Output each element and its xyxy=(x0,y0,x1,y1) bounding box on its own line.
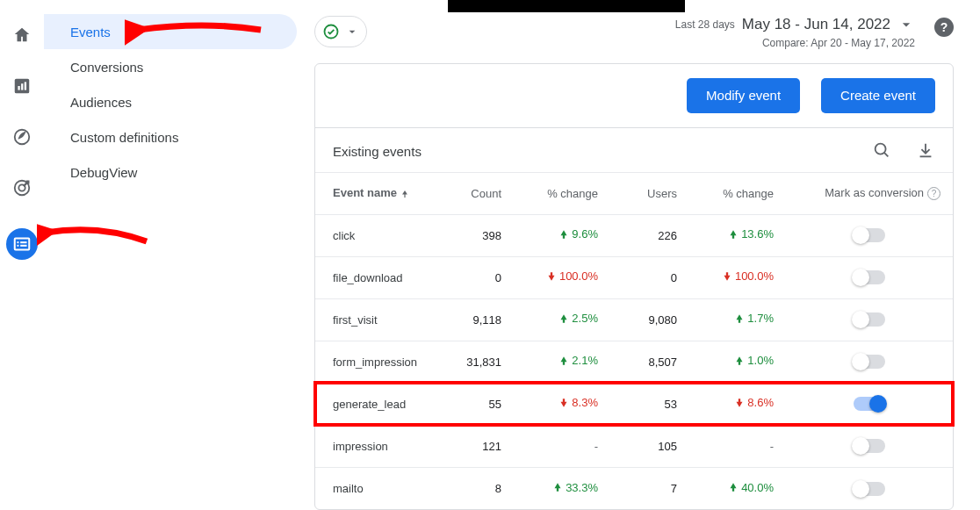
date-range-picker[interactable]: Last 28 days May 18 - Jun 14, 2022 xyxy=(675,16,915,33)
cell-event-name: impression xyxy=(315,425,435,467)
col-change-1[interactable]: % change xyxy=(514,172,610,214)
change-value: 100.0% xyxy=(721,269,774,283)
cell-change: 2.1% xyxy=(514,341,610,383)
chevron-down-icon xyxy=(345,25,359,39)
explore-icon[interactable] xyxy=(11,126,32,147)
sidenav-label: Conversions xyxy=(70,60,143,75)
table-row[interactable]: generate_lead558.3%538.6% xyxy=(315,383,953,425)
date-range-label: Last 28 days xyxy=(675,18,735,31)
cell-change: 8.6% xyxy=(689,383,786,425)
icon-rail xyxy=(0,0,44,510)
cell-change: - xyxy=(689,425,786,467)
conversion-toggle[interactable] xyxy=(854,439,885,453)
col-users[interactable]: Users xyxy=(610,172,689,214)
svg-rect-1 xyxy=(18,86,19,90)
sidenav-label: Events xyxy=(70,25,111,40)
sidenav-item-conversions[interactable]: Conversions xyxy=(44,49,297,84)
table-row[interactable]: click3989.6%22613.6% xyxy=(315,214,953,256)
sidenav-label: Audiences xyxy=(70,95,132,110)
conversion-toggle[interactable] xyxy=(854,270,885,284)
change-value: 13.6% xyxy=(727,227,774,241)
sidenav-label: DebugView xyxy=(70,165,137,180)
change-value: 8.6% xyxy=(733,396,774,409)
cell-users: 53 xyxy=(610,383,689,425)
events-card: Modify event Create event Existing event… xyxy=(314,63,954,511)
svg-point-9 xyxy=(17,245,18,247)
change-value: - xyxy=(594,440,598,453)
cell-toggle xyxy=(786,341,953,383)
cell-change: 1.0% xyxy=(689,341,786,383)
status-dropdown[interactable] xyxy=(314,16,367,47)
cell-count: 0 xyxy=(435,256,514,298)
table-row[interactable]: file_download0100.0%0100.0% xyxy=(315,256,953,298)
create-event-button[interactable]: Create event xyxy=(821,78,935,113)
change-value: - xyxy=(770,440,774,453)
svg-rect-3 xyxy=(25,82,26,90)
cell-toggle xyxy=(786,467,953,509)
svg-rect-2 xyxy=(21,83,23,90)
cell-change: 100.0% xyxy=(514,256,610,298)
sidenav-item-custom-definitions[interactable]: Custom definitions xyxy=(44,119,297,154)
svg-point-13 xyxy=(876,143,886,154)
conversion-toggle[interactable] xyxy=(854,482,885,496)
conversion-toggle[interactable] xyxy=(854,397,885,411)
main-content: Last 28 days May 18 - Jun 14, 2022 Compa… xyxy=(304,0,980,510)
cell-toggle xyxy=(786,425,953,467)
conversion-toggle[interactable] xyxy=(854,355,885,369)
cell-count: 9,118 xyxy=(435,298,514,341)
cell-users: 105 xyxy=(610,425,689,467)
sort-asc-icon xyxy=(397,186,411,199)
change-value: 40.0% xyxy=(727,481,774,494)
cell-toggle xyxy=(786,214,953,256)
advertising-icon[interactable] xyxy=(11,177,32,198)
reports-icon[interactable] xyxy=(11,75,32,97)
card-title: Existing events xyxy=(333,144,422,159)
change-value: 2.1% xyxy=(558,354,598,367)
table-row[interactable]: form_impression31,8312.1%8,5071.0% xyxy=(315,341,953,383)
cell-change: 8.3% xyxy=(514,383,610,425)
change-value: 9.6% xyxy=(558,227,598,241)
col-change-2[interactable]: % change xyxy=(689,172,786,214)
date-compare-value: Compare: Apr 20 - May 17, 2022 xyxy=(762,37,915,49)
cell-count: 31,831 xyxy=(435,341,514,383)
cell-toggle xyxy=(786,256,953,298)
change-value: 33.3% xyxy=(551,481,598,494)
change-value: 1.7% xyxy=(733,312,774,325)
cell-count: 121 xyxy=(435,425,514,467)
table-row[interactable]: first_visit9,1182.5%9,0801.7% xyxy=(315,298,953,341)
svg-point-8 xyxy=(17,241,18,243)
help-icon[interactable]: ? xyxy=(934,18,954,37)
col-count[interactable]: Count xyxy=(435,172,514,214)
table-row[interactable]: impression121-105- xyxy=(315,425,953,467)
conversion-toggle[interactable] xyxy=(854,312,885,327)
cell-users: 7 xyxy=(610,467,689,509)
cell-change: 40.0% xyxy=(689,467,786,509)
download-icon[interactable] xyxy=(916,140,935,163)
change-value: 100.0% xyxy=(545,269,598,283)
cell-toggle xyxy=(786,298,953,341)
cell-change: 2.5% xyxy=(514,298,610,341)
cell-toggle xyxy=(786,383,953,425)
col-event-name[interactable]: Event name xyxy=(315,172,435,214)
configure-icon[interactable] xyxy=(6,228,38,260)
cell-change: 100.0% xyxy=(689,256,786,298)
modify-event-button[interactable]: Modify event xyxy=(687,78,800,113)
sidenav-item-debugview[interactable]: DebugView xyxy=(44,154,297,190)
table-row[interactable]: mailto833.3%740.0% xyxy=(315,467,953,509)
home-icon[interactable] xyxy=(11,25,32,46)
cell-count: 398 xyxy=(435,214,514,256)
redaction-bar xyxy=(448,0,685,12)
help-tooltip-icon[interactable]: ? xyxy=(927,187,940,200)
sidenav-item-audiences[interactable]: Audiences xyxy=(44,84,297,119)
conversion-toggle[interactable] xyxy=(854,228,885,242)
sidenav-item-events[interactable]: Events xyxy=(44,14,297,49)
change-value: 2.5% xyxy=(558,312,598,325)
col-mark-conversion: Mark as conversion? xyxy=(786,172,953,214)
cell-users: 0 xyxy=(610,256,689,298)
cell-change: - xyxy=(514,425,610,467)
cell-event-name: form_impression xyxy=(315,341,435,383)
cell-event-name: first_visit xyxy=(315,298,435,341)
search-icon[interactable] xyxy=(872,140,891,163)
svg-rect-15 xyxy=(404,194,405,198)
cell-change: 1.7% xyxy=(689,298,786,341)
